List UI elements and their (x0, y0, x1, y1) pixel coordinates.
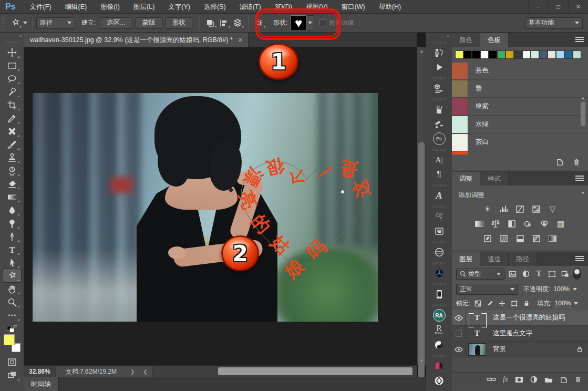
s-diamond-plugin-icon[interactable] (430, 373, 448, 388)
filter-adjustment-layers-icon[interactable] (521, 269, 531, 279)
menu-filter[interactable]: 滤镜(T) (233, 0, 268, 14)
history-panel-icon[interactable] (430, 45, 448, 60)
brush-settings-panel-icon[interactable] (430, 117, 448, 131)
move-tool[interactable] (3, 46, 21, 59)
lasso-tool[interactable] (3, 72, 21, 85)
chevron-down-icon[interactable] (574, 302, 578, 305)
blend-mode-dropdown[interactable]: 正常 (456, 284, 518, 295)
threshold-icon[interactable] (514, 233, 526, 244)
tab-channels[interactable]: 通道 (480, 252, 509, 266)
chevron-down-icon[interactable] (573, 288, 577, 291)
layer-name[interactable]: 这是一个很漂亮的姑娘吗 (489, 313, 565, 322)
lock-transparent-pixels-icon[interactable] (473, 299, 482, 308)
link-layers-icon[interactable] (487, 376, 496, 383)
default-swap-colors-control[interactable]: ⇄ (7, 324, 17, 332)
layer-visibility-toggle[interactable] (452, 342, 466, 357)
swatch[interactable] (480, 50, 489, 59)
swatch[interactable] (548, 50, 556, 59)
screen-mode-button[interactable] (3, 368, 21, 382)
vibrance-icon[interactable]: ▽ (547, 204, 559, 214)
levels-icon[interactable] (498, 204, 510, 214)
filter-pixel-layers-icon[interactable] (508, 269, 518, 279)
swatch[interactable] (455, 50, 463, 59)
layer-row-selected[interactable]: T 这是一个很漂亮的姑娘吗 (452, 310, 588, 326)
shape-picker-dropdown[interactable] (306, 15, 314, 31)
timeline-tab[interactable]: 时间轴 (24, 377, 59, 391)
swatch[interactable] (573, 50, 581, 59)
path-alignment-button[interactable] (217, 17, 231, 29)
menu-help[interactable]: 帮助(H) (372, 0, 408, 14)
add-layer-mask-icon[interactable] (515, 376, 523, 383)
filter-toggle-switch[interactable] (573, 268, 581, 280)
document-canvas[interactable]: 这是一个很漂亮的姑娘吗 (24, 47, 417, 365)
fill-value[interactable]: 100% (555, 300, 571, 307)
posterize-icon[interactable] (498, 233, 510, 244)
gradient-tool[interactable] (3, 190, 21, 203)
named-swatch-row[interactable]: 茶色 (452, 62, 588, 80)
layer-style-fx-icon[interactable]: fx (503, 375, 508, 384)
color-lookup-icon[interactable]: ▦ (555, 219, 566, 229)
exposure-icon[interactable] (531, 204, 542, 214)
options-bar-grip[interactable] (2, 16, 5, 30)
maximize-button[interactable]: □ (548, 1, 568, 13)
zoom-level-field[interactable]: 32.86% (24, 366, 56, 377)
lock-image-pixels-icon[interactable] (486, 299, 494, 308)
make-shape-button[interactable]: 形状 (166, 17, 192, 29)
swatch[interactable] (564, 50, 573, 59)
path-arrangement-button[interactable] (231, 17, 244, 29)
layer-visibility-toggle[interactable] (452, 310, 466, 325)
spot-healing-brush-tool[interactable] (3, 125, 21, 138)
named-swatch-row[interactable]: 茶白 (452, 133, 588, 151)
scroll-thumb[interactable] (581, 102, 585, 126)
tab-paths[interactable]: 路径 (509, 252, 537, 266)
menu-type[interactable]: 文字(Y) (161, 0, 197, 14)
path-operations-button[interactable] (203, 17, 217, 29)
blur-tool[interactable] (3, 203, 21, 217)
text-layer-thumbnail[interactable]: T (470, 328, 484, 339)
menu-image[interactable]: 图像(I) (94, 0, 127, 14)
swatch[interactable] (497, 50, 506, 59)
text-layer-thumbnail[interactable]: T (470, 312, 484, 324)
menu-3d[interactable]: 3D(D) (268, 0, 299, 14)
panel-menu-icon[interactable] (575, 176, 584, 181)
panel-menu-icon[interactable] (575, 37, 584, 42)
menu-select[interactable]: 选择(S) (197, 0, 233, 14)
horizontal-scroll-thumb[interactable] (218, 367, 412, 375)
layer-filter-dropdown[interactable]: 类型 (456, 269, 504, 280)
hue-saturation-icon[interactable] (473, 219, 485, 229)
image-layer-thumbnail[interactable] (468, 343, 486, 356)
new-group-icon[interactable] (544, 376, 553, 383)
rectangular-marquee-tool[interactable] (3, 59, 21, 72)
retouch-pro-plugin-icon[interactable]: RPRO (430, 323, 448, 337)
elephant-plugin-icon[interactable] (430, 358, 448, 373)
zoom-tool[interactable] (3, 295, 21, 308)
ra-plugin-icon[interactable]: RA (430, 308, 448, 323)
swatch[interactable] (463, 50, 472, 59)
delete-layer-icon[interactable] (574, 376, 582, 383)
menu-view[interactable]: 视图(V) (299, 0, 335, 14)
yin-yang-plugin-icon[interactable] (430, 337, 448, 352)
clone-stamp-tool[interactable] (3, 151, 21, 164)
path-anchor-point[interactable] (341, 190, 345, 194)
filter-smart-objects-icon[interactable] (560, 269, 570, 279)
filter-shape-layers-icon[interactable] (547, 269, 557, 279)
edit-toolbar-button[interactable] (3, 308, 21, 322)
layer-visibility-toggle[interactable] (452, 326, 466, 341)
named-swatch-row[interactable]: 绛紫 (452, 98, 588, 116)
pen-tool[interactable] (3, 230, 21, 243)
photo-filter-icon[interactable] (522, 219, 534, 229)
swatch[interactable] (472, 50, 480, 59)
actions-panel-icon[interactable] (430, 60, 448, 75)
menu-edit[interactable]: 编辑(E) (58, 0, 94, 14)
close-button[interactable]: ✕ (568, 1, 588, 13)
foreground-color-chip[interactable] (4, 334, 15, 345)
lock-artboard-icon[interactable] (510, 299, 519, 308)
dodge-tool[interactable] (3, 217, 21, 230)
path-selection-tool[interactable] (3, 256, 21, 269)
canvas-horizontal-scrollbar[interactable] (152, 366, 417, 377)
custom-shape-tool[interactable] (3, 269, 21, 282)
document-tab[interactable]: wallhaven-350125.jpg @ 32.9% (这是一个很漂亮的姑娘… (24, 33, 249, 47)
toolbar-grip[interactable] (6, 41, 18, 44)
panel-menu-icon[interactable] (575, 256, 584, 261)
named-swatch-row[interactable]: 水绿 (452, 116, 588, 133)
